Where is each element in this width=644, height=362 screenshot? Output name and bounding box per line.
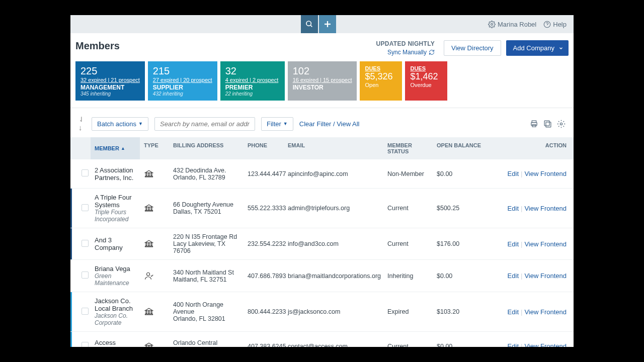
gear-icon [488, 21, 496, 28]
col-member-status[interactable]: MEMBER STATUS [383, 137, 433, 159]
type-cell [140, 337, 169, 347]
view-frontend-link[interactable]: View Frontend [524, 272, 567, 280]
svg-rect-21 [146, 207, 147, 210]
help-label: Help [553, 21, 567, 28]
view-frontend-link[interactable]: View Frontend [524, 170, 567, 177]
svg-rect-13 [546, 122, 551, 127]
col-type[interactable]: TYPE [140, 137, 169, 159]
dues-card[interactable]: DUES$1,462Overdue [405, 61, 447, 101]
row-checkbox[interactable] [82, 240, 89, 247]
clear-filter-link[interactable]: Clear Filter / View All [299, 120, 360, 128]
member-cell[interactable]: And 3 Company [91, 231, 140, 256]
search-input[interactable] [154, 117, 255, 131]
view-frontend-link[interactable]: View Frontend [524, 240, 567, 248]
svg-marker-20 [145, 205, 153, 207]
svg-rect-38 [148, 345, 149, 347]
view-frontend-link[interactable]: View Frontend [524, 205, 567, 212]
view-frontend-link[interactable]: View Frontend [524, 308, 567, 316]
print-button[interactable] [530, 120, 538, 128]
member-type-card[interactable]: 22532 expired | 21 prospectMANAGEMENT345… [75, 61, 145, 101]
member-type-card[interactable]: 10216 expired | 15 prospectINVESTOR [288, 61, 357, 101]
add-company-button[interactable]: Add Company [506, 40, 569, 56]
caret-down-icon: ▼ [138, 121, 143, 126]
type-cell [140, 302, 169, 321]
member-type-card[interactable]: 324 expired | 2 prospectPREMIER22 inheri… [220, 61, 285, 101]
member-cell[interactable]: Jackson Co. Local BranchJackson Co. Corp… [91, 292, 140, 331]
user-menu[interactable]: Marina Robel [488, 21, 536, 28]
svg-rect-11 [532, 124, 536, 126]
row-stripe [70, 189, 72, 228]
help-link[interactable]: Help [543, 21, 567, 28]
card-count: 215 [153, 65, 212, 77]
dues-status: Overdue [410, 82, 442, 88]
dues-card[interactable]: DUES$5,326Open [360, 61, 402, 101]
status-cell: Expired [383, 303, 433, 320]
action-cell: Edit|View Frontend [493, 235, 574, 253]
summary-cards: 22532 expired | 21 prospectMANAGEMENT345… [70, 61, 574, 108]
edit-link[interactable]: Edit [508, 205, 519, 212]
member-type-card[interactable]: 21527 expired | 20 prospectSUPPLIER432 i… [148, 61, 217, 101]
action-cell: Edit|View Frontend [493, 337, 574, 347]
svg-rect-35 [145, 314, 153, 315]
view-directory-button[interactable]: View Directory [444, 40, 501, 56]
col-phone[interactable]: PHONE [244, 137, 284, 159]
member-cell[interactable]: Access Control, Inc. [91, 334, 140, 347]
row-checkbox[interactable] [82, 342, 89, 347]
phone-cell: 232.554.2232 [244, 235, 284, 252]
sort-toggle[interactable]: ↓ [78, 115, 86, 132]
edit-link[interactable]: Edit [508, 342, 519, 347]
svg-marker-31 [145, 308, 153, 311]
email-cell: info@and3co.com [284, 235, 383, 252]
view-frontend-link[interactable]: View Frontend [524, 342, 567, 347]
col-billing-address[interactable]: BILLING ADDRESS [169, 137, 244, 159]
email-cell: js@jacksonco.com [284, 303, 383, 320]
member-cell[interactable]: A Triple Four SystemsTriple Fours Incorp… [91, 189, 140, 228]
card-count: 102 [293, 65, 352, 77]
card-detail: 16 expired | 15 prospect [293, 77, 352, 83]
plus-icon [323, 20, 332, 29]
export-button[interactable] [543, 120, 552, 128]
member-cell[interactable]: Briana VegaGreen Maintenance [91, 260, 140, 292]
svg-rect-22 [148, 207, 149, 210]
table-row: Briana VegaGreen Maintenance340 North Ma… [70, 260, 574, 292]
card-inherit: 22 inheriting [225, 91, 280, 97]
row-checkbox[interactable] [82, 272, 89, 279]
edit-link[interactable]: Edit [508, 240, 519, 248]
phone-cell: 800.444.2233 [244, 303, 284, 320]
global-search-button[interactable] [301, 15, 318, 33]
edit-link[interactable]: Edit [508, 272, 519, 280]
svg-rect-16 [146, 172, 147, 175]
email-cell: apincinfo@apinc.com [284, 165, 383, 183]
chevron-down-icon [558, 46, 564, 51]
gear-icon [557, 120, 566, 128]
address-cell: 400 North Orange AvenueOrlando, FL 32801 [169, 296, 244, 327]
email-cell: admin@triplefours.org [284, 200, 383, 217]
batch-actions-dropdown[interactable]: Batch actions ▼ [92, 117, 148, 131]
member-cell[interactable]: 2 Association Partners, Inc. [91, 161, 140, 187]
card-detail: 27 expired | 20 prospect [153, 77, 212, 83]
col-open-balance[interactable]: OPEN BALANCE [433, 137, 493, 159]
row-checkbox[interactable] [82, 204, 89, 211]
action-cell: Edit|View Frontend [493, 303, 574, 321]
status-cell: Non-Member [383, 165, 433, 183]
table-row: And 3 Company220 N I35 Frontage RdLacy L… [70, 228, 574, 260]
row-checkbox[interactable] [82, 169, 89, 176]
action-cell: Edit|View Frontend [493, 200, 574, 217]
col-member[interactable]: MEMBER ▲ [91, 137, 140, 159]
card-detail: 4 expired | 2 prospect [225, 77, 280, 83]
edit-link[interactable]: Edit [508, 170, 519, 177]
export-icon [543, 120, 552, 128]
row-checkbox[interactable] [82, 308, 89, 315]
balance-cell: $103.20 [433, 303, 493, 320]
dues-amount: $1,462 [410, 71, 442, 82]
sync-manually-link[interactable]: Sync Manually [387, 49, 435, 56]
settings-button[interactable] [557, 120, 566, 128]
svg-rect-34 [151, 311, 152, 314]
edit-link[interactable]: Edit [508, 308, 519, 316]
status-cell: Current [383, 235, 433, 252]
filter-dropdown[interactable]: Filter ▼ [261, 117, 293, 131]
members-table: MEMBER ▲ TYPE BILLING ADDRESS PHONE EMAI… [70, 137, 574, 347]
global-add-button[interactable] [319, 15, 336, 33]
address-cell: 220 N I35 Frontage RdLacy Lakeview, TX 7… [169, 228, 244, 259]
col-email[interactable]: EMAIL [284, 137, 383, 159]
